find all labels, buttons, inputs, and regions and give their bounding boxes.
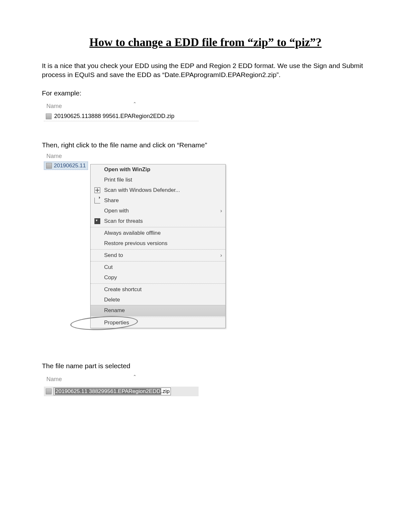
menu-separator [91, 261, 225, 261]
file-name-truncated: 20190625.11 [54, 163, 86, 169]
chevron-right-icon: › [220, 208, 222, 214]
menu-separator [91, 227, 225, 227]
intro-text: It is a nice that you check your EDD usi… [42, 61, 369, 80]
menu-print-file-list[interactable]: Print file list [91, 175, 225, 185]
context-menu: Open with WinZip Print file list Scan wi… [90, 164, 226, 328]
menu-cut[interactable]: Cut [91, 262, 225, 272]
zip-file-icon [46, 163, 52, 169]
menu-scan-threats[interactable]: Scan for threats [91, 216, 225, 226]
zip-file-icon [46, 389, 52, 394]
rename-input[interactable]: 20190625.11 388299561.EPARegion2EDD.zip [54, 388, 171, 395]
menu-separator [91, 283, 225, 284]
rename-selected-text: 20190625.11 388299561.EPARegion2EDD [55, 388, 161, 395]
file-row[interactable]: 20190625.113888 99561.EPARegion2EDD.zip [44, 112, 199, 121]
column-header-name[interactable]: Name [46, 103, 62, 110]
file-name: 20190625.113888 99561.EPARegion2EDD.zip [54, 113, 174, 120]
sort-asc-icon[interactable]: ⌃ [133, 101, 137, 106]
menu-copy[interactable]: Copy [91, 272, 225, 283]
for-example-text: For example: [42, 89, 369, 98]
menu-open-winzip[interactable]: Open with WinZip [91, 164, 225, 175]
selected-file-row[interactable]: 20190625.11 [44, 162, 88, 170]
share-icon [94, 198, 100, 203]
defender-icon [94, 187, 100, 193]
column-header-name[interactable]: Name [46, 376, 62, 383]
selected-text: The file name part is selected [42, 361, 369, 370]
page-title: How to change a EDD file from “zip” to “… [42, 35, 369, 49]
menu-scan-defender[interactable]: Scan with Windows Defender... [91, 185, 225, 195]
menu-properties[interactable]: Properties [91, 318, 225, 328]
column-header-name[interactable]: Name [46, 153, 369, 160]
menu-always-offline[interactable]: Always available offline [91, 228, 225, 238]
chevron-right-icon: › [220, 252, 222, 259]
menu-send-to[interactable]: Send to › [91, 250, 225, 261]
rename-extension: .zip [161, 388, 170, 395]
sort-asc-icon[interactable]: ⌃ [133, 374, 137, 379]
menu-separator [91, 249, 225, 250]
file-row-renaming[interactable]: 20190625.11 388299561.EPARegion2EDD.zip [44, 387, 199, 396]
then-text: Then, right click to the file name and c… [42, 141, 369, 150]
menu-share[interactable]: Share [91, 195, 225, 206]
menu-delete[interactable]: Delete [91, 295, 225, 305]
menu-restore-previous[interactable]: Restore previous versions [91, 238, 225, 249]
menu-separator [91, 317, 225, 317]
antivirus-icon [94, 218, 100, 224]
menu-open-with[interactable]: Open with › [91, 206, 225, 216]
zip-file-icon [46, 113, 52, 119]
menu-rename[interactable]: Rename [91, 305, 225, 316]
menu-create-shortcut[interactable]: Create shortcut [91, 284, 225, 295]
